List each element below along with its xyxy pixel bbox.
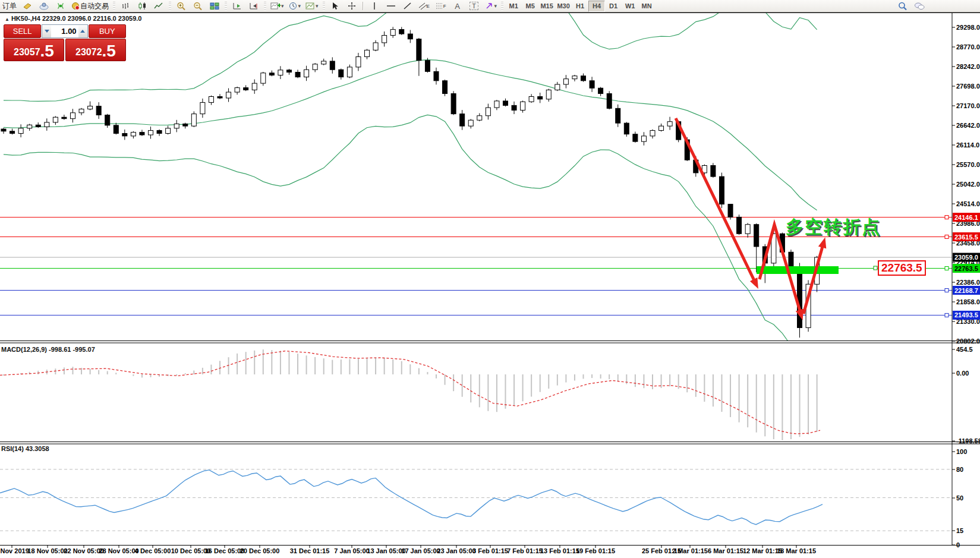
candle-bull bbox=[252, 83, 257, 90]
candle-bull bbox=[313, 64, 317, 70]
price-axis-label: 26114.0 bbox=[956, 141, 979, 149]
price-axis[interactable]: 29298.028770.028242.027698.027170.026642… bbox=[952, 24, 980, 548]
time-axis-label: 13 Feb 01:15 bbox=[540, 547, 579, 554]
time-axis-label: 23 Jan 05:00 bbox=[437, 547, 475, 554]
buy-price-display[interactable]: 23072.5 bbox=[65, 39, 126, 61]
time-axis[interactable]: 2 Nov 201918 Nov 05:0022 Nov 05:0028 Nov… bbox=[0, 546, 816, 555]
candle-bear bbox=[114, 125, 118, 134]
new-order-button[interactable]: 订单 bbox=[1, 0, 18, 12]
candle-bear bbox=[581, 76, 586, 81]
sell-button[interactable]: SELL bbox=[4, 24, 41, 38]
fibonacci-tool-icon[interactable]: F bbox=[433, 0, 449, 12]
line-handle bbox=[945, 313, 949, 317]
search-icon[interactable] bbox=[895, 0, 910, 12]
chart-annotation-text[interactable]: 多空转折点 bbox=[786, 215, 881, 239]
time-axis-label: 20 Dec 05:00 bbox=[240, 547, 280, 554]
mt4-window: 订单 自动交易 bbox=[0, 0, 980, 558]
candle-bear bbox=[538, 96, 543, 99]
volume-increase-button[interactable] bbox=[78, 25, 87, 37]
zoom-out-icon[interactable] bbox=[190, 0, 206, 12]
macd-axis-label: 454.5 bbox=[956, 346, 973, 353]
signals-icon[interactable] bbox=[53, 0, 68, 12]
support-zone-rectangle bbox=[757, 266, 839, 274]
candlestick-mode-icon[interactable] bbox=[134, 0, 150, 12]
timeframe-M1[interactable]: M1 bbox=[505, 1, 522, 12]
candle-bear bbox=[218, 96, 222, 97]
candle-bull bbox=[382, 36, 387, 43]
chart-canvas[interactable]: 29298.028770.028242.027698.027170.026642… bbox=[0, 0, 980, 558]
chart-title: ▲HK50-,H4 22329.0 23096.0 22116.0 23059.… bbox=[5, 15, 142, 22]
candle-bull bbox=[191, 114, 196, 126]
zoom-in-icon[interactable] bbox=[174, 0, 189, 12]
price-level-label[interactable]: 22763.5 bbox=[878, 260, 926, 276]
time-axis-label: 7 Feb 01:15 bbox=[507, 547, 543, 554]
candle-bear bbox=[633, 134, 638, 141]
candle-bear bbox=[244, 88, 248, 90]
timeframe-H4[interactable]: H4 bbox=[588, 1, 605, 12]
buy-button[interactable]: BUY bbox=[89, 24, 126, 38]
tile-windows-icon[interactable] bbox=[207, 0, 222, 12]
candle-bear bbox=[590, 81, 594, 88]
trendline-tool-icon[interactable] bbox=[400, 0, 415, 12]
candle-bear bbox=[425, 61, 430, 72]
time-axis-label: 2 Nov 2019 bbox=[0, 547, 29, 554]
volume-field[interactable]: 1.00 bbox=[51, 25, 78, 37]
line-handle bbox=[945, 216, 949, 219]
cursor-tool-icon[interactable] bbox=[327, 0, 343, 12]
chat-icon[interactable] bbox=[912, 0, 927, 12]
candle-bull bbox=[555, 84, 560, 90]
auto-scroll-icon[interactable] bbox=[229, 0, 245, 12]
dropdown-caret-icon: ▾ bbox=[281, 3, 284, 9]
channel-tool-icon[interactable]: E bbox=[417, 0, 432, 12]
toolbar-grip bbox=[264, 2, 266, 10]
rsi-axis-label: 50 bbox=[956, 494, 963, 502]
arrows-tool-button[interactable]: ▾ bbox=[483, 0, 499, 12]
price-badge-label: 23615.5 bbox=[954, 234, 978, 241]
candle-bull bbox=[226, 92, 231, 98]
line-handle bbox=[945, 235, 949, 239]
periods-menu-button[interactable]: ▾ bbox=[287, 0, 303, 12]
candle-bull bbox=[365, 50, 370, 56]
bar-chart-mode-icon[interactable] bbox=[118, 0, 133, 12]
line-chart-mode-icon[interactable] bbox=[151, 0, 166, 12]
candle-bear bbox=[711, 165, 716, 176]
candle-bull bbox=[745, 225, 750, 234]
text-label-tool-icon[interactable]: T bbox=[467, 0, 482, 12]
text-tool-icon[interactable]: A bbox=[450, 0, 465, 12]
chart-shift-icon[interactable] bbox=[246, 0, 261, 12]
macd-axis-label: -1198.58 bbox=[956, 437, 980, 444]
candle-bear bbox=[330, 61, 335, 70]
volume-decrease-button[interactable] bbox=[42, 25, 51, 37]
sell-price-fraction: .5 bbox=[40, 43, 54, 59]
timeframe-M15[interactable]: M15 bbox=[538, 1, 555, 12]
autotrading-button[interactable]: 自动交易 bbox=[70, 0, 111, 12]
time-axis-label: 28 Nov 05:00 bbox=[99, 547, 138, 554]
candle-bull bbox=[390, 30, 395, 36]
macd-axis-label: 0.00 bbox=[956, 370, 969, 377]
sell-price-display[interactable]: 23057.5 bbox=[4, 39, 64, 61]
history-center-icon[interactable] bbox=[20, 0, 35, 12]
timeframe-MN[interactable]: MN bbox=[638, 1, 655, 12]
templates-menu-button[interactable]: ▾ bbox=[304, 0, 320, 12]
mql-community-icon[interactable] bbox=[36, 0, 52, 12]
timeframe-M30[interactable]: M30 bbox=[555, 1, 572, 12]
timeframe-W1[interactable]: W1 bbox=[622, 1, 638, 12]
timeframe-D1[interactable]: D1 bbox=[605, 1, 622, 12]
indicators-menu-button[interactable]: ▾ bbox=[269, 0, 286, 12]
horizontal-line-tool-icon[interactable] bbox=[383, 0, 399, 12]
buy-price-main: 23072 bbox=[75, 46, 102, 59]
candle-bear bbox=[624, 123, 629, 134]
candle-bear bbox=[96, 106, 101, 115]
vertical-line-tool-icon[interactable] bbox=[367, 0, 382, 12]
candle-bull bbox=[521, 102, 525, 110]
crosshair-tool-icon[interactable] bbox=[344, 0, 360, 12]
timeframe-H1[interactable]: H1 bbox=[572, 1, 588, 12]
triangle-down-icon bbox=[45, 30, 49, 33]
candle-bear bbox=[434, 71, 439, 81]
candle-bear bbox=[798, 267, 802, 327]
timeframe-M5[interactable]: M5 bbox=[522, 1, 538, 12]
candle-bear bbox=[295, 72, 300, 77]
time-axis-label: 7 Jan 05:00 bbox=[334, 547, 369, 554]
candle-bear bbox=[399, 30, 404, 34]
price-axis-label: 27170.0 bbox=[956, 102, 980, 109]
